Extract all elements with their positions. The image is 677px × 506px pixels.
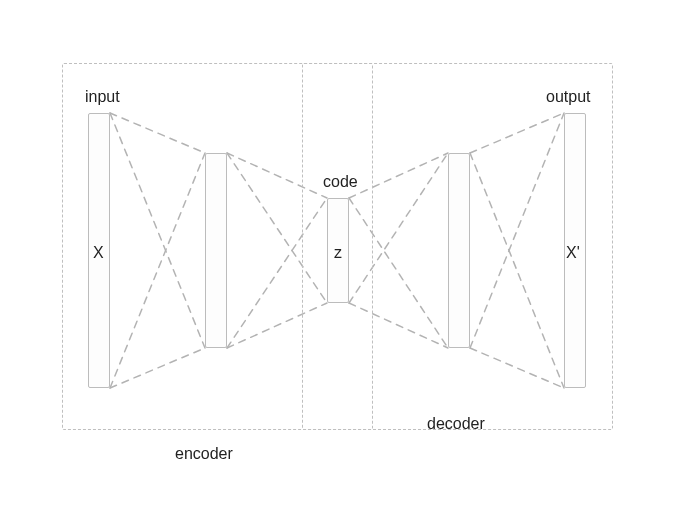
output-label: output <box>546 88 590 106</box>
x-text: X <box>93 244 104 262</box>
code-label: code <box>323 173 358 191</box>
encoder-hidden-layer <box>205 153 227 348</box>
input-label: input <box>85 88 120 106</box>
z-text: z <box>334 244 342 262</box>
decoder-hidden-layer <box>448 153 470 348</box>
autoencoder-diagram: { "labels": { "input": "input", "output"… <box>0 0 677 506</box>
encoder-label: encoder <box>175 445 233 463</box>
decoder-label: decoder <box>427 415 485 433</box>
xprime-text: X' <box>566 244 580 262</box>
